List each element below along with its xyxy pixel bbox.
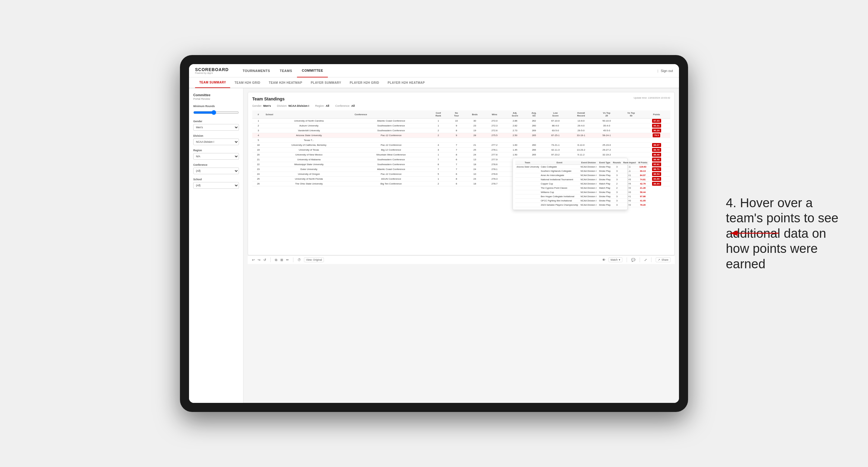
points-badge[interactable]: 88.70 — [652, 148, 661, 152]
school-select[interactable]: (All) — [193, 182, 239, 189]
subnav-player-summary[interactable]: PLAYER SUMMARY — [306, 77, 345, 88]
table-row[interactable]: 3 Vanderbilt University Southeastern Con… — [252, 128, 670, 133]
hover-row: OFCC Fighting Illini Invitational NCAA D… — [515, 199, 648, 203]
watch-icon[interactable]: 👁 — [602, 258, 606, 261]
points-badge-arizona[interactable]: 79.5 — [653, 133, 660, 137]
nav-item-teams[interactable]: TEAMS — [275, 64, 297, 77]
points-badge[interactable]: 88.94 — [652, 182, 661, 186]
hover-row: Arizona State University Cabo Collegiate… — [515, 165, 648, 169]
sidebar-school: School (All) — [193, 178, 239, 189]
col-school: School — [264, 111, 353, 119]
clock-icon[interactable]: ⏱ — [298, 258, 301, 261]
table-row[interactable]: 1 University of North Carolina Atlantic … — [252, 119, 670, 123]
table-header-row: # School Conference ConfRank NoTour Bnds… — [252, 111, 670, 119]
logo-sub: Powered by clipp'd — [195, 72, 229, 74]
bottom-toolbar: ↩ ↪ ↺ ⧉ ⊞ ✏ ⏱ View: Original 👁 — [248, 255, 675, 264]
points-badge[interactable]: 90.20 — [652, 129, 661, 132]
toolbar-sep-1 — [270, 257, 271, 262]
left-sidebar: Committee Portal Review Minimum Rounds G… — [189, 88, 244, 403]
points-badge[interactable]: 83.89 — [652, 177, 661, 181]
table-row[interactable]: 2 Auburn University Southeastern Confere… — [252, 123, 670, 128]
table-row-arizona-state[interactable]: 4 Arizona State University Pac-12 Confer… — [252, 133, 670, 138]
points-badge[interactable]: 88.54 — [652, 172, 661, 176]
toolbar-sep-4 — [640, 257, 640, 262]
subnav-team-h2h-heatmap[interactable]: TEAM H2H HEATMAP — [265, 77, 307, 88]
col-points: Points — [643, 111, 670, 119]
toolbar-sep-3 — [627, 257, 627, 262]
sidebar-label-gender: Gender — [193, 120, 239, 123]
col-overall-record: OverallRecord — [568, 111, 594, 119]
grid-icon[interactable]: ⊞ — [280, 258, 283, 262]
points-badge[interactable]: 97.03 — [652, 119, 661, 123]
redo-icon[interactable]: ↪ — [258, 258, 260, 262]
col-no-tour: NoTour — [448, 111, 465, 119]
gender-select[interactable]: Men's Women's Both — [193, 124, 239, 131]
hover-row: Amer An Intercollegiate NCAA Division I … — [515, 173, 648, 178]
annotation-area: 4. Hover over a team's points to see add… — [726, 195, 853, 272]
report-title: Team Standings — [252, 96, 285, 101]
points-badge[interactable]: 88.49 — [652, 153, 661, 157]
comment-icon[interactable]: 💬 — [631, 258, 636, 262]
sidebar-minimum-rounds: Minimum Rounds — [193, 105, 239, 116]
conference-select[interactable]: (All) ACC Big Ten — [193, 167, 239, 174]
filter-gender: Gender: Men's — [252, 104, 271, 107]
col-vs-top25: Vs Top25 — [594, 111, 619, 119]
nav-bar: SCOREBOARD Powered by clipp'd TOURNAMENT… — [189, 64, 679, 77]
subnav-team-summary[interactable]: TEAM SUMMARY — [195, 77, 230, 88]
subnav-player-h2h-grid[interactable]: PLAYER H2H GRID — [345, 77, 383, 88]
filters-row: Gender: Men's Division: NCAA Division I … — [252, 104, 670, 107]
toolbar-sep-2 — [293, 257, 293, 262]
min-rounds-slider[interactable] — [193, 110, 239, 115]
subnav-team-h2h-grid[interactable]: TEAM H2H GRID — [230, 77, 264, 88]
table-row[interactable]: 20 University of New Mexico Mountain Wes… — [252, 152, 670, 157]
filter-division: Division: NCAA Division I — [277, 104, 309, 107]
undo-icon[interactable]: ↩ — [252, 258, 255, 262]
subnav-player-h2h-heatmap[interactable]: PLAYER H2H HEATMAP — [383, 77, 429, 88]
points-badge[interactable]: 83.81 — [652, 162, 661, 166]
points-badge[interactable]: 88.48 — [652, 158, 661, 161]
col-low-score: LowScore — [542, 111, 568, 119]
points-badge[interactable]: 88.71 — [652, 167, 661, 171]
nav-item-committee[interactable]: COMMITTEE — [297, 64, 328, 77]
hover-row: National Invitational Tournament NCAA Di… — [515, 178, 648, 182]
share-icon: ↗ — [658, 258, 660, 261]
toolbar-sep-5 — [651, 257, 651, 262]
nav-item-tournaments[interactable]: TOURNAMENTS — [238, 64, 275, 77]
table-row[interactable]: 5 Texas T... — [252, 138, 670, 143]
filter-conference: Conference: All — [335, 104, 355, 107]
edit-icon[interactable]: ✏ — [286, 258, 289, 262]
hover-row: 2023 Sahalee Players Championship NCAA D… — [515, 203, 648, 207]
right-panel: Team Standings Update time: 13/03/2024 1… — [244, 88, 679, 403]
view-original-button[interactable]: View: Original — [304, 257, 324, 262]
table-row[interactable]: 18 University of California, Berkeley Pa… — [252, 143, 670, 148]
dropdown-icon: ▾ — [619, 258, 620, 261]
col-adj-score: Adj.Score — [504, 111, 525, 119]
tablet-device: SCOREBOARD Powered by clipp'd TOURNAMENT… — [180, 55, 688, 412]
hover-row: The Cypress Point Classic NCAA Division … — [515, 186, 648, 190]
sign-out-link[interactable]: Sign out — [661, 69, 673, 72]
report-container: Team Standings Update time: 13/03/2024 1… — [248, 92, 675, 255]
share-button[interactable]: ↗ Share — [656, 257, 671, 262]
watch-button[interactable]: Watch ▾ — [609, 257, 623, 262]
logo-text: SCOREBOARD — [195, 67, 229, 72]
standings-table: # School Conference ConfRank NoTour Bnds… — [252, 111, 670, 186]
points-badge[interactable]: 93.31 — [652, 124, 661, 128]
sidebar-division: Division NCAA Division I NCAA Division I… — [193, 134, 239, 145]
tablet-screen: SCOREBOARD Powered by clipp'd TOURNAMENT… — [189, 64, 679, 403]
col-rank: # — [252, 111, 264, 119]
sidebar-label-school: School — [193, 178, 239, 181]
col-bnds: Bnds — [465, 111, 485, 119]
sidebar-title: Committee — [193, 93, 239, 97]
copy-icon[interactable]: ⧉ — [275, 258, 277, 262]
annotation-text: 4. Hover over a team's points to see add… — [726, 195, 853, 272]
refresh-icon[interactable]: ↺ — [264, 258, 266, 262]
division-select[interactable]: NCAA Division I NCAA Division II NCAA Di… — [193, 138, 239, 145]
page-wrapper: SCOREBOARD Powered by clipp'd TOURNAMENT… — [0, 0, 868, 467]
sidebar-conference: Conference (All) ACC Big Ten — [193, 163, 239, 174]
points-badge[interactable]: 88.07 — [652, 143, 661, 147]
expand-icon[interactable]: ⤢ — [644, 258, 647, 262]
hover-row: Ben Hogan Collegiate Invitational NCAA D… — [515, 194, 648, 199]
table-row[interactable]: 19 University of Texas Big 12 Conference… — [252, 148, 670, 152]
region-select[interactable]: N/A East West — [193, 153, 239, 160]
update-time: Update time: 13/03/2024 10:03:42 — [633, 96, 670, 99]
